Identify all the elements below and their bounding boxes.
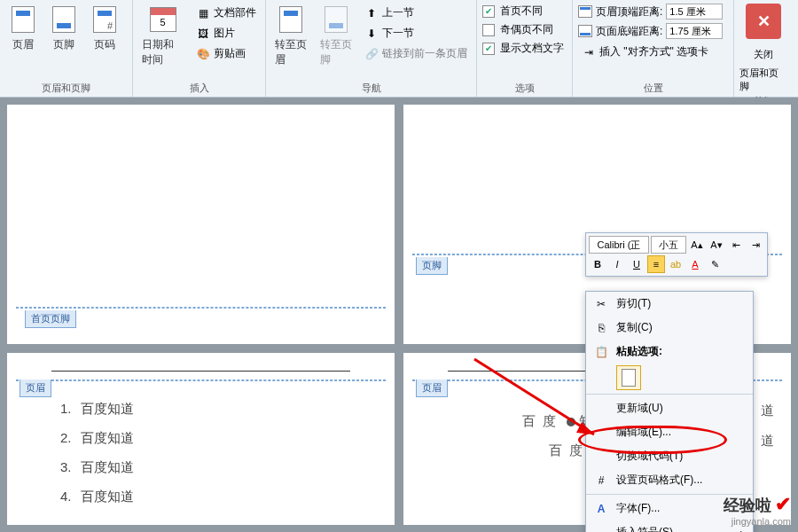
align-center-button[interactable]: ≡	[647, 255, 665, 273]
checkbox-icon	[482, 24, 495, 36]
goto-header-icon	[277, 5, 305, 34]
picture-button[interactable]: 🖼图片	[192, 24, 260, 43]
italic-button[interactable]: I	[608, 255, 626, 273]
page-3[interactable]: 页眉 1.百度知道 2.百度知道 3.百度知道 4.百度知道	[7, 353, 395, 525]
header-distance-row: 页眉顶端距离:	[578, 4, 723, 20]
footer-distance-input[interactable]	[666, 23, 723, 39]
list-item: 4.百度知道	[60, 481, 134, 511]
font-color-button[interactable]: A	[686, 255, 704, 273]
footer-button[interactable]: 页脚	[46, 4, 82, 54]
page4-trail-text: 道	[761, 403, 781, 419]
page-1[interactable]: 首页页脚	[7, 105, 395, 344]
datetime-label: 日期和时间	[142, 37, 184, 67]
pagenum-format-icon: #	[593, 474, 609, 487]
scissors-icon: ✂	[593, 298, 609, 310]
close-label-2: 页眉和页脚	[739, 66, 787, 93]
page4-trail-text: 道	[761, 433, 781, 450]
list-item: 3.百度知道	[60, 452, 134, 481]
pagenum-label: 页码	[94, 37, 115, 52]
format-painter-button[interactable]: ✎	[706, 255, 724, 273]
context-menu: ✂剪切(T) ⎘复制(C) 📋粘贴选项: 更新域(U) 编辑域(E)... 切换…	[585, 291, 754, 532]
footer-dist-icon	[578, 25, 592, 37]
bold-button[interactable]: B	[589, 255, 606, 273]
goto-footer-icon	[322, 5, 350, 34]
prev-section-button[interactable]: ⬆上一节	[361, 4, 471, 22]
group-label-options: 选项	[482, 80, 567, 95]
first-page-footer-tag: 首页页脚	[25, 310, 76, 328]
close-label-1: 关闭	[754, 48, 773, 61]
next-section-button[interactable]: ⬇下一节	[361, 24, 471, 43]
title-underline	[51, 371, 350, 372]
tab-icon: ⇥	[582, 45, 596, 59]
paste-keep-formatting-icon	[622, 369, 636, 387]
content-list: 1.百度知道 2.百度知道 3.百度知道 4.百度知道	[60, 394, 134, 511]
clipart-button[interactable]: 🎨剪贴画	[192, 44, 260, 63]
goto-footer-label: 转至页脚	[320, 37, 353, 67]
quickparts-icon: ▦	[196, 6, 210, 20]
list-item: 1.百度知道	[60, 394, 134, 423]
group-label-insert: 插入	[138, 80, 260, 95]
diff-first-checkbox[interactable]: 首页不同	[482, 4, 564, 19]
page-number-button[interactable]: 页码	[87, 4, 122, 54]
shrink-font-button[interactable]: A▾	[708, 236, 725, 254]
group-label-nav: 导航	[271, 80, 471, 95]
goto-footer-button[interactable]: 转至页脚	[317, 4, 356, 69]
menu-insert-symbol[interactable]: 插入符号(S)▸	[586, 520, 753, 532]
increase-indent-button[interactable]: ⇥	[747, 236, 764, 254]
menu-edit-field[interactable]: 编辑域(E)...	[586, 420, 753, 444]
datetime-button[interactable]: 日期和时间	[138, 4, 187, 69]
header-tag: 页眉	[416, 379, 448, 397]
up-arrow-icon: ⬆	[364, 6, 379, 20]
highlight-button[interactable]: ab	[667, 255, 685, 273]
footer-band	[16, 307, 386, 309]
menu-paste-header: 📋粘贴选项:	[586, 340, 753, 364]
header-band	[16, 379, 386, 381]
footer-distance-row: 页面底端距离:	[578, 23, 723, 39]
footer-icon	[50, 5, 78, 34]
list-item: 2.百度知道	[60, 423, 134, 452]
submenu-arrow-icon: ▸	[740, 527, 746, 533]
menu-toggle-field-code[interactable]: 切换域代码(T)	[586, 444, 753, 468]
footer-tag: 页脚	[416, 257, 448, 275]
header-tag: 页眉	[20, 379, 51, 397]
clipart-icon: 🎨	[196, 47, 210, 61]
copy-icon: ⎘	[593, 322, 609, 334]
clipboard-icon: 📋	[593, 346, 609, 358]
font-size-selector[interactable]: 小五	[651, 236, 686, 254]
menu-page-number-format[interactable]: #设置页码格式(F)...	[586, 468, 753, 492]
header-icon	[9, 5, 37, 34]
diff-odd-even-checkbox[interactable]: 奇偶页不同	[482, 22, 564, 37]
calendar-icon	[149, 5, 177, 34]
insert-align-tab-button[interactable]: ⇥插入 "对齐方式" 选项卡	[578, 43, 723, 61]
picture-icon: 🖼	[196, 27, 210, 41]
show-doc-text-checkbox[interactable]: 显示文档文字	[482, 41, 564, 56]
quickparts-button[interactable]: ▦文档部件	[192, 4, 260, 22]
font-selector[interactable]: Calibri (正	[589, 236, 649, 254]
font-icon: A	[593, 503, 609, 515]
header-distance-input[interactable]	[666, 4, 723, 20]
group-label-hf: 页眉和页脚	[5, 80, 127, 95]
paste-option-button[interactable]	[616, 365, 641, 390]
checkbox-icon	[482, 43, 495, 55]
close-header-footer-button[interactable]: ✕	[746, 4, 781, 39]
header-button[interactable]: 页眉	[5, 4, 41, 54]
footer-label: 页脚	[53, 37, 74, 52]
menu-copy[interactable]: ⎘复制(C)	[586, 316, 753, 340]
group-label-position: 位置	[578, 80, 728, 95]
underline-button[interactable]: U	[628, 255, 645, 273]
goto-header-button[interactable]: 转至页眉	[271, 4, 311, 69]
link-prev-button[interactable]: 🔗链接到前一条页眉	[361, 44, 471, 63]
pagenum-icon	[90, 5, 119, 34]
header-label: 页眉	[12, 37, 34, 52]
mini-toolbar: Calibri (正 小五 A▴ A▾ ⇤ ⇥ B I U ≡ ab A ✎	[585, 232, 768, 277]
menu-cut[interactable]: ✂剪切(T)	[586, 292, 753, 316]
menu-font[interactable]: A字体(F)...	[586, 497, 753, 520]
checkbox-icon	[482, 5, 495, 18]
header-dist-icon	[578, 5, 592, 18]
grow-font-button[interactable]: A▴	[688, 236, 706, 254]
menu-update-field[interactable]: 更新域(U)	[586, 396, 753, 420]
decrease-indent-button[interactable]: ⇤	[727, 236, 745, 254]
down-arrow-icon: ⬇	[364, 27, 379, 41]
goto-header-label: 转至页眉	[275, 37, 308, 67]
link-icon: 🔗	[364, 47, 379, 61]
